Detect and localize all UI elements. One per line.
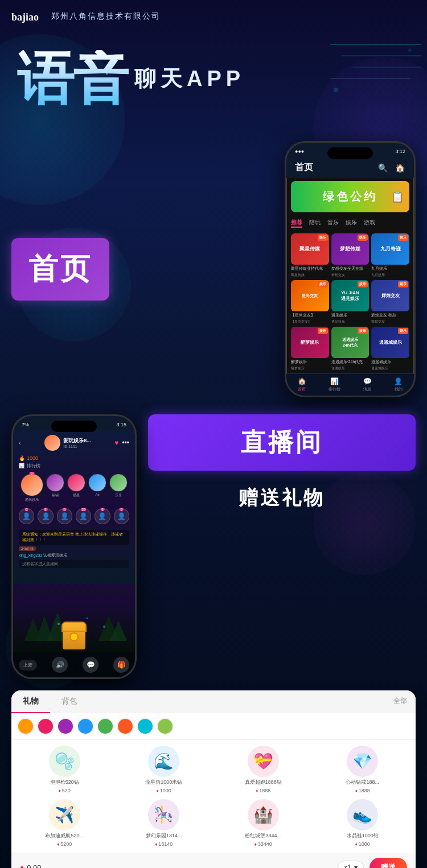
room-name-1: 聚星传媒业持代充 (291, 265, 329, 273)
gift-item-8[interactable]: 👟 水晶鞋1000钻 ♦ 1000 (315, 799, 410, 847)
chat-button[interactable]: 💬 (83, 657, 98, 673)
gift-price-val-3: 1888 (259, 788, 270, 793)
room-subname-8: 送遇娱乐 (331, 366, 369, 371)
room-card-6[interactable]: 辉煌交友 娱乐 辉煌交友·秒刻 辉煌交友 (371, 280, 409, 324)
seat-1[interactable]: 0 👤 (19, 508, 34, 524)
gift-name-2: 流星雨1000米钻 (145, 779, 182, 786)
seat-2[interactable]: 0 👤 (38, 508, 53, 524)
gift-price-7: ♦ 33440 (254, 841, 272, 847)
speaker-button[interactable]: 🔊 (52, 657, 68, 673)
seat-icon-3: 👤 (60, 512, 69, 520)
main-user-name: 爱玩娱乐 (25, 497, 39, 503)
tab-companion[interactable]: 陪玩 (309, 219, 321, 228)
live-screen: ‹ 爱玩娱乐8... ID:1111 ♥ ••• 🔥 (13, 430, 135, 677)
chat-username: xing_xing233 (19, 553, 42, 557)
room-card-1[interactable]: 聚星传媒 娱乐 聚星传媒业持代充 聚星传媒 (291, 233, 329, 278)
app-navbar: 首页 🔍 🏠 (286, 157, 414, 178)
live-room-id: ID:1111 (63, 445, 91, 449)
room-badge-3: 娱乐 (398, 235, 408, 241)
app-banner[interactable]: 绿色公约 📋 (291, 181, 409, 212)
gift-item-5[interactable]: ✈️ 布加迪威航520... ♦ 5200 (17, 799, 112, 847)
room-grid: 聚星传媒 娱乐 聚星传媒业持代充 聚星传媒 梦想传媒 娱乐 梦想交友全天在线 梦… (286, 231, 414, 373)
seat-4[interactable]: 20 👤 (76, 508, 91, 524)
room-name-2: 梦想交友全天在线 (331, 265, 369, 273)
gift-button[interactable]: 🎁 (113, 657, 129, 673)
heart-icon[interactable]: ♥ (114, 439, 118, 447)
gift-user-8 (157, 718, 174, 735)
mic-button[interactable]: 上麦 (19, 660, 37, 670)
main-avatar-badge: 0 (30, 472, 35, 475)
gift-tab-gifts[interactable]: 礼物 (11, 690, 50, 713)
diamond-icon-5: ♦ (57, 842, 59, 847)
room-card-3[interactable]: 九月奇迹 娱乐 九月娱乐 九月娱乐 (371, 233, 409, 278)
back-button[interactable]: ‹ (19, 439, 21, 446)
gift-item-2[interactable]: 🌊 流星雨1000米钻 ♦ 1000 (117, 746, 212, 793)
room-badge-1: 娱乐 (318, 235, 328, 241)
seat-5[interactable]: 0 👤 (95, 508, 110, 524)
search-icon[interactable]: 🔍 (377, 162, 388, 174)
room-card-4[interactable]: 星尚交友 娱乐 【星尚交友】 【星尚交友】 (291, 280, 329, 324)
gift-tab-bag[interactable]: 背包 (50, 690, 89, 713)
seat-3[interactable]: 0 👤 (57, 508, 72, 524)
user-avatar-1 (46, 474, 64, 492)
treasure-chest[interactable] (63, 630, 85, 649)
home-icon[interactable]: 🏠 (394, 162, 405, 174)
phone-left-notch (51, 421, 97, 432)
company-name: 郑州八角信息技术有限公司 (51, 11, 161, 22)
quantity-selector[interactable]: x1 ▾ (338, 861, 364, 868)
room-thumb-1: 聚星传媒 娱乐 (291, 233, 329, 265)
more-icon[interactable]: ••• (122, 439, 129, 447)
tab-game[interactable]: 游戏 (364, 219, 375, 228)
room-subname-2: 梦想交友 (331, 273, 369, 278)
room-subname-1: 聚星传媒 (291, 273, 329, 278)
room-card-8[interactable]: 送遇娱乐24h代充 娱乐 送遇娱乐·24h代充 送遇娱乐 (331, 327, 369, 371)
banner-icon: 📋 (391, 191, 404, 203)
hero-section: 语音 聊天APP (0, 33, 427, 130)
live-room-name: 爱玩娱乐8... (63, 437, 91, 445)
gift-user-6 (117, 718, 134, 735)
room-card-5[interactable]: YU JIAN遇见娱乐 娱乐 遇见娱乐 遇见娱乐 (331, 280, 369, 324)
svg-text:bajiao: bajiao (11, 11, 39, 23)
svg-point-6 (408, 48, 412, 52)
gift-grid-row2: ✈️ 布加迪威航520... ♦ 5200 🎠 梦幻乐园1314... ♦ 13… (11, 799, 416, 853)
gift-item-1[interactable]: 🫧 泡泡枪520钻 ♦ 520 (17, 746, 112, 793)
gift-item-6[interactable]: 🎠 梦幻乐园1314... ♦ 13140 (117, 799, 212, 847)
gift-price-val-7: 33440 (258, 841, 272, 847)
seat-icon-1: 👤 (22, 512, 31, 520)
gift-price-4: ♦ 1888 (355, 788, 370, 793)
bottom-nav-me[interactable]: 👤 我的 (394, 377, 403, 392)
room-name-4: 【星尚交友】 (291, 311, 329, 319)
main-avatar: 0 (20, 474, 43, 496)
rank-nav-label: 排行榜 (329, 386, 340, 392)
heat-value: 1000 (27, 455, 38, 461)
room-badge-7: 娱乐 (318, 328, 328, 334)
gift-item-3[interactable]: 💝 真爱超跑1888钻 ♦ 1888 (216, 746, 311, 793)
rank-label: 排行榜 (27, 463, 40, 469)
gift-item-7[interactable]: 🏰 粉红城堡3344... ♦ 33440 (216, 799, 311, 847)
diamond-icon-7: ♦ (254, 842, 257, 847)
room-thumb-4: 星尚交友 娱乐 (291, 280, 329, 311)
seat-badge-6: 0 (120, 508, 124, 511)
tab-entertainment[interactable]: 娱乐 (346, 219, 357, 228)
live-controls: 上麦 🔊 💬 🎁 (13, 652, 135, 677)
me-nav-icon: 👤 (394, 377, 403, 385)
hero-main-text: 语音 (17, 50, 129, 107)
diamond-icon-1: ♦ (59, 788, 61, 793)
seat-6[interactable]: 0 👤 (114, 508, 129, 524)
bottom-nav-rank[interactable]: 📊 排行榜 (329, 377, 340, 392)
bottom-nav-msg[interactable]: 💬 消息 (363, 377, 372, 392)
bottom-nav-home[interactable]: 🏠 首页 (298, 377, 306, 392)
send-gift-button[interactable]: 赠送 (369, 858, 407, 868)
tab-recommend[interactable]: 推荐 (291, 219, 302, 228)
room-card-2[interactable]: 梦想传媒 娱乐 梦想交友全天在线 梦想交友 (331, 233, 369, 278)
user-name-3: Ati (95, 493, 99, 496)
room-thumb-9: 逍遥城娱乐 娱乐 (371, 327, 409, 358)
room-card-7[interactable]: 醉梦娱乐 娱乐 醉梦娱乐 醉梦娱乐 (291, 327, 329, 371)
gift-icon-4: 💎 (347, 746, 378, 777)
tab-music[interactable]: 音乐 (327, 219, 339, 228)
room-badge-4: 娱乐 (318, 281, 328, 287)
gift-item-4[interactable]: 💎 心动钻戒188... ♦ 1888 (315, 746, 410, 793)
gift-user-2 (37, 718, 54, 735)
gift-all-label[interactable]: 全部 (385, 690, 416, 713)
room-card-9[interactable]: 逍遥城娱乐 娱乐 逍遥城娱乐 逍遥城娱乐 (371, 327, 409, 371)
